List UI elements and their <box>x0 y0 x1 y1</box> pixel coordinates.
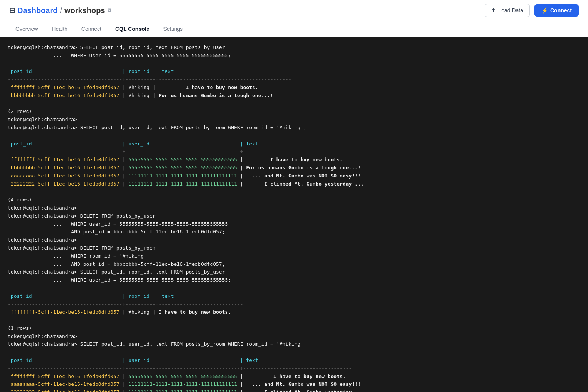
header-right: ⬆ Load Data ⚡ Connect <box>485 4 579 17</box>
header-left: ⊟ Dashboard / workshops ⧉ <box>9 6 111 15</box>
tab-settings[interactable]: Settings <box>157 21 189 37</box>
connect-icon: ⚡ <box>541 7 548 14</box>
connect-button[interactable]: ⚡ Connect <box>534 4 579 17</box>
connect-label: Connect <box>550 7 572 14</box>
tab-health[interactable]: Health <box>45 21 73 37</box>
tab-cql-console[interactable]: CQL Console <box>109 21 155 37</box>
cql-console[interactable]: token@cqlsh:chatsandra> SELECT post_id, … <box>0 37 588 392</box>
load-data-button[interactable]: ⬆ Load Data <box>485 4 530 17</box>
header: ⊟ Dashboard / workshops ⧉ ⬆ Load Data ⚡ … <box>0 0 588 21</box>
breadcrumb-separator: / <box>60 6 62 15</box>
dashboard-link[interactable]: Dashboard <box>17 6 57 15</box>
nav-tabs: Overview Health Connect CQL Console Sett… <box>0 21 588 37</box>
tab-connect[interactable]: Connect <box>75 21 108 37</box>
tab-overview[interactable]: Overview <box>9 21 44 37</box>
database-icon: ⊟ <box>9 6 15 15</box>
load-data-label: Load Data <box>498 7 523 14</box>
upload-icon: ⬆ <box>491 7 496 14</box>
workspace-name: workshops <box>64 6 105 15</box>
copy-icon[interactable]: ⧉ <box>108 7 111 14</box>
console-output: token@cqlsh:chatsandra> SELECT post_id, … <box>8 44 580 392</box>
